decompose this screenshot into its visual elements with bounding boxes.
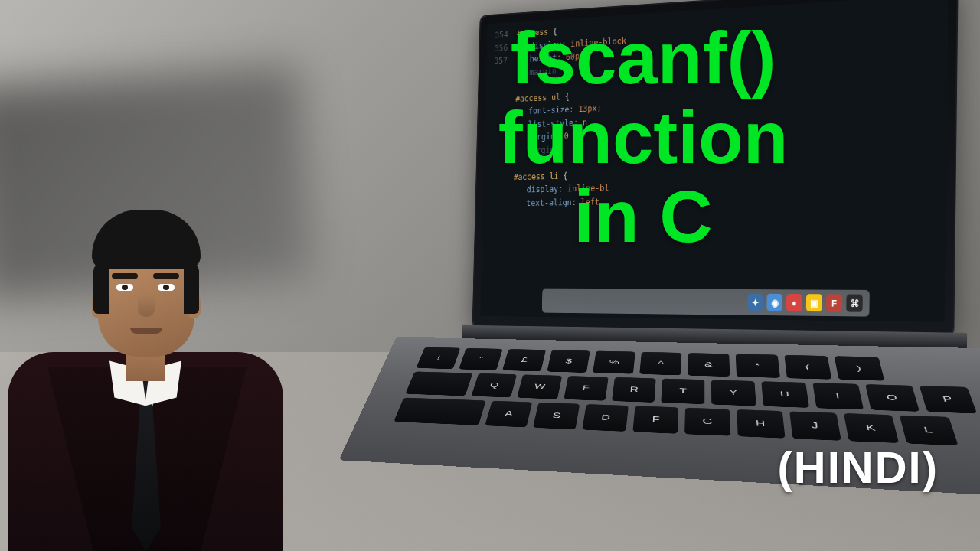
keyboard-key: O [865, 384, 920, 412]
keyboard-key: E [564, 376, 608, 401]
keyboard-key: U [761, 381, 809, 408]
keyboard-key: Y [711, 380, 756, 406]
keyboard-key [394, 397, 486, 425]
keyboard-key: S [533, 403, 580, 429]
hair [93, 263, 109, 314]
keyboard-key: G [684, 408, 730, 436]
keyboard-key: P [920, 386, 977, 413]
subtitle-overlay: (HINDI) [777, 442, 939, 493]
dock-app-icon: ✦ [747, 294, 763, 311]
keyboard-key: $ [547, 350, 590, 373]
title-overlay: fscanf() function in C [398, 18, 888, 256]
dock-app-icon: ▣ [806, 294, 822, 311]
keyboard-key: ^ [639, 352, 681, 376]
keyboard-key: £ [502, 349, 546, 371]
dock-app-icon: F [826, 294, 842, 311]
keyboard-key: % [593, 350, 635, 373]
keyboard-key: Q [471, 373, 517, 398]
macos-dock: ✦◉●▣F⌘ [542, 289, 870, 317]
hair [92, 210, 201, 269]
title-line-2: function [398, 98, 888, 178]
mouth [130, 328, 162, 334]
eyebrow [153, 273, 179, 279]
keyboard-key: D [582, 404, 629, 432]
presenter [0, 184, 291, 551]
keyboard-key: J [789, 411, 841, 440]
nose [138, 294, 155, 317]
dock-app-icon: ⌘ [846, 294, 863, 311]
keyboard-key [405, 371, 472, 396]
keyboard-key: F [632, 406, 678, 434]
keyboard-key: H [737, 409, 785, 439]
eyebrow [112, 273, 138, 279]
keyboard-key: ( [784, 355, 831, 380]
hair [184, 263, 199, 314]
eye [116, 284, 133, 291]
keyboard-key: K [844, 413, 899, 443]
dock-app-icon: ● [786, 294, 802, 311]
keyboard-key: ! [416, 347, 460, 370]
keyboard-key: W [517, 374, 562, 399]
keyboard-key: & [688, 353, 730, 377]
keyboard-key: " [459, 348, 503, 370]
dock-app-icon: ◉ [766, 294, 782, 311]
keyboard-key: * [736, 354, 780, 378]
eye [158, 284, 175, 291]
title-line-1: fscanf() [398, 18, 888, 98]
keyboard-key: ) [835, 356, 885, 381]
keyboard-key: I [812, 383, 864, 409]
title-line-3: in C [398, 177, 888, 256]
keyboard-key: R [612, 377, 656, 403]
keyboard-key: T [661, 378, 704, 404]
keyboard-key: A [485, 401, 532, 428]
